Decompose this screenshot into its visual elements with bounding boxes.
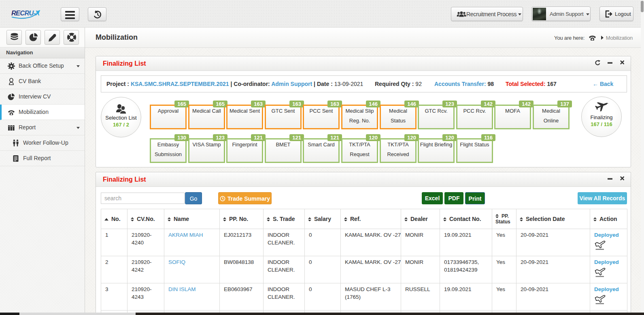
svg-text:RECRU-X: RECRU-X (11, 10, 40, 17)
